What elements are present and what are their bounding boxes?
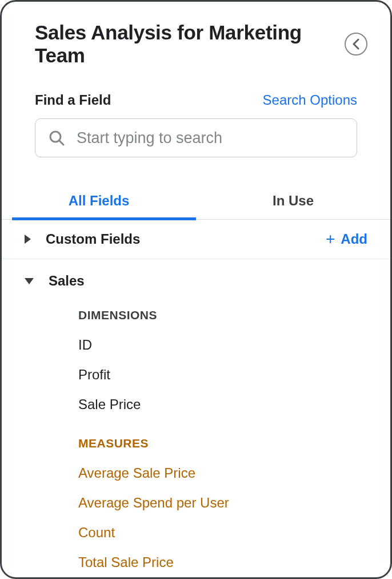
tabs: All Fields In Use	[2, 185, 390, 220]
search-options-link[interactable]: Search Options	[263, 92, 357, 108]
field-item[interactable]: Profit	[78, 360, 367, 390]
section-custom-fields[interactable]: Custom Fields + Add	[2, 220, 390, 259]
caret-down-icon	[25, 278, 34, 284]
section-sales: Sales DIMENSIONS ID Profit Sale Price ME…	[2, 259, 390, 577]
field-item[interactable]: Count	[78, 518, 367, 548]
caret-right-icon	[25, 235, 31, 244]
find-field-row: Find a Field Search Options	[2, 92, 390, 108]
panel-title: Sales Analysis for Marketing Team	[35, 21, 345, 67]
field-item[interactable]: Average Spend per User	[78, 488, 367, 518]
panel-header: Sales Analysis for Marketing Team	[2, 21, 390, 67]
tab-all-fields[interactable]: All Fields	[2, 185, 196, 219]
search-icon	[48, 129, 65, 146]
chevron-left-icon	[352, 38, 360, 50]
measures-heading: MEASURES	[78, 437, 367, 450]
field-item[interactable]: ID	[78, 330, 367, 360]
plus-icon: +	[326, 231, 335, 247]
field-picker-panel: Sales Analysis for Marketing Team Find a…	[0, 0, 392, 579]
search-box[interactable]	[35, 118, 357, 157]
field-item[interactable]: Sale Price	[78, 390, 367, 419]
measures-group: MEASURES Average Sale Price Average Spen…	[25, 437, 367, 577]
search-wrap	[2, 118, 390, 157]
field-item[interactable]: Total Sale Price	[78, 548, 367, 577]
collapse-button[interactable]	[345, 33, 367, 55]
svg-line-1	[59, 141, 63, 145]
find-field-label: Find a Field	[35, 92, 111, 108]
dimensions-heading: DIMENSIONS	[78, 308, 367, 322]
sales-section-header[interactable]: Sales	[25, 273, 367, 289]
sales-label: Sales	[49, 273, 85, 289]
custom-fields-label: Custom Fields	[46, 231, 140, 247]
search-input[interactable]	[77, 129, 344, 147]
add-custom-field-button[interactable]: + Add	[326, 231, 367, 247]
add-label: Add	[341, 231, 367, 247]
dimensions-group: DIMENSIONS ID Profit Sale Price	[25, 308, 367, 419]
field-item[interactable]: Average Sale Price	[78, 458, 367, 488]
tab-in-use[interactable]: In Use	[196, 185, 390, 219]
